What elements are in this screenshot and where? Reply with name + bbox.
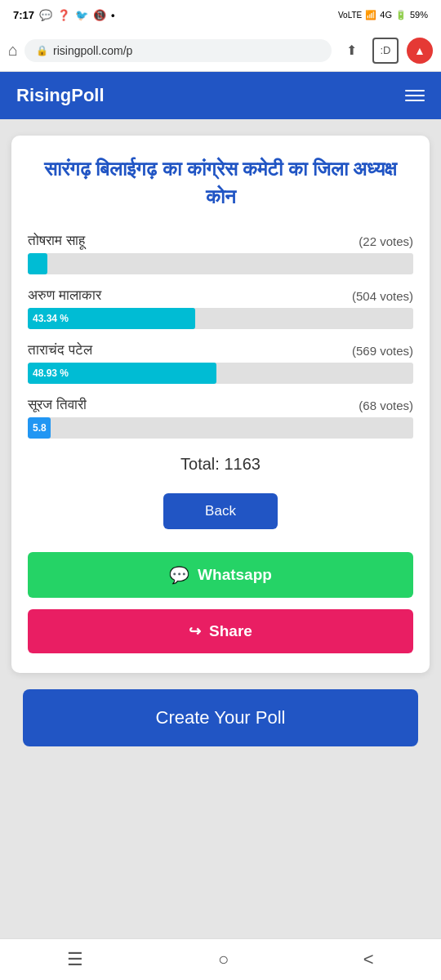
progress-bar-fill-3: 48.93 % bbox=[28, 363, 216, 384]
twitter-icon: 🐦 bbox=[75, 9, 88, 21]
home-icon[interactable]: ⌂ bbox=[8, 41, 18, 60]
status-bar: 7:17 💬 ❓ 🐦 📵 • VoLTE 📶 4G 🔋 59% bbox=[0, 0, 441, 29]
share-label: Share bbox=[209, 622, 252, 640]
nav-bar: RisingPoll bbox=[0, 72, 441, 119]
option-header-4: सूरज तिवारी (68 votes) bbox=[28, 397, 413, 413]
bottom-nav: ☰ ○ < bbox=[0, 938, 441, 980]
dot-icon: • bbox=[111, 9, 115, 21]
option-header-1: तोषराम साहू (22 votes) bbox=[28, 233, 413, 249]
app-logo: RisingPoll bbox=[16, 85, 105, 106]
lock-icon: 🔒 bbox=[36, 45, 48, 56]
bottom-spacer bbox=[11, 763, 430, 812]
option-name-2: अरुण मालाकार bbox=[28, 287, 101, 304]
battery-icon: 🔋 bbox=[395, 10, 407, 20]
progress-bar-bg-4: 5.8 bbox=[28, 417, 413, 439]
volte-icon: VoLTE bbox=[338, 11, 362, 20]
share-browser-icon[interactable]: ⬆ bbox=[338, 38, 364, 64]
hamburger-menu[interactable] bbox=[405, 90, 425, 101]
progress-bar-fill-4: 5.8 bbox=[28, 417, 51, 439]
up-arrow-icon[interactable]: ▲ bbox=[407, 38, 433, 64]
signal-icon: 📵 bbox=[93, 9, 106, 21]
progress-bar-bg-1 bbox=[28, 253, 413, 274]
share-button[interactable]: ↪ Share bbox=[28, 609, 413, 653]
progress-label-4: 5.8 bbox=[33, 422, 47, 434]
status-right: VoLTE 📶 4G 🔋 59% bbox=[338, 10, 428, 20]
option-item-4: सूरज तिवारी (68 votes) 5.8 bbox=[28, 397, 413, 439]
progress-bar-fill-2: 43.34 % bbox=[28, 308, 195, 329]
option-header-3: ताराचंद पटेल (569 votes) bbox=[28, 342, 413, 359]
progress-label-2: 43.34 % bbox=[33, 313, 69, 324]
option-name-1: तोषराम साहू bbox=[28, 233, 85, 249]
wifi-icon: 📶 bbox=[365, 10, 376, 20]
battery-percent: 59% bbox=[410, 10, 428, 20]
progress-bar-bg-2: 43.34 % bbox=[28, 308, 413, 329]
option-item-3: ताराचंद पटेल (569 votes) 48.93 % bbox=[28, 342, 413, 384]
option-name-4: सूरज तिवारी bbox=[28, 397, 87, 413]
option-item-1: तोषराम साहू (22 votes) bbox=[28, 233, 413, 274]
option-item-2: अरुण मालाकार (504 votes) 43.34 % bbox=[28, 287, 413, 329]
network-icon: 4G bbox=[380, 10, 392, 20]
browser-actions: ⬆ :D ▲ bbox=[338, 38, 433, 64]
tab-icon[interactable]: :D bbox=[372, 38, 399, 64]
poll-total: Total: 1163 bbox=[28, 455, 413, 474]
share-icon: ↪ bbox=[189, 622, 201, 640]
back-button[interactable]: Back bbox=[163, 493, 278, 529]
option-votes-2: (504 votes) bbox=[352, 289, 413, 303]
browser-bar: ⌂ 🔒 risingpoll.com/p ⬆ :D ▲ bbox=[0, 29, 441, 72]
option-votes-3: (569 votes) bbox=[352, 344, 413, 358]
whatsapp-button[interactable]: 💬 Whatsapp bbox=[28, 552, 413, 598]
whatsapp-label: Whatsapp bbox=[198, 566, 272, 584]
poll-card: सारंगढ़ बिलाईगढ़ का कांग्रेस कमेटी का जि… bbox=[11, 136, 430, 673]
progress-bar-fill-1 bbox=[28, 253, 47, 274]
bottom-menu-icon[interactable]: ☰ bbox=[67, 949, 83, 970]
poll-title: सारंगढ़ बिलाईगढ़ का कांग्रेस कमेटी का जि… bbox=[28, 155, 413, 210]
status-left: 7:17 💬 ❓ 🐦 📵 • bbox=[13, 9, 115, 21]
progress-bar-bg-3: 48.93 % bbox=[28, 363, 413, 384]
option-votes-4: (68 votes) bbox=[359, 399, 413, 412]
url-bar[interactable]: 🔒 risingpoll.com/p bbox=[24, 39, 332, 62]
bottom-back-icon[interactable]: < bbox=[363, 949, 374, 970]
option-name-3: ताराचंद पटेल bbox=[28, 342, 92, 359]
url-text: risingpoll.com/p bbox=[53, 44, 132, 57]
create-poll-button[interactable]: Create Your Poll bbox=[23, 689, 418, 746]
messenger-icon: 💬 bbox=[39, 9, 52, 21]
main-content: सारंगढ़ बिलाईगढ़ का कांग्रेस कमेटी का जि… bbox=[0, 119, 441, 920]
option-header-2: अरुण मालाकार (504 votes) bbox=[28, 287, 413, 304]
question-icon: ❓ bbox=[57, 9, 70, 21]
option-votes-1: (22 votes) bbox=[359, 234, 413, 248]
progress-label-3: 48.93 % bbox=[33, 368, 69, 379]
bottom-home-icon[interactable]: ○ bbox=[218, 949, 229, 970]
status-time: 7:17 bbox=[13, 9, 34, 21]
whatsapp-icon: 💬 bbox=[169, 565, 189, 585]
